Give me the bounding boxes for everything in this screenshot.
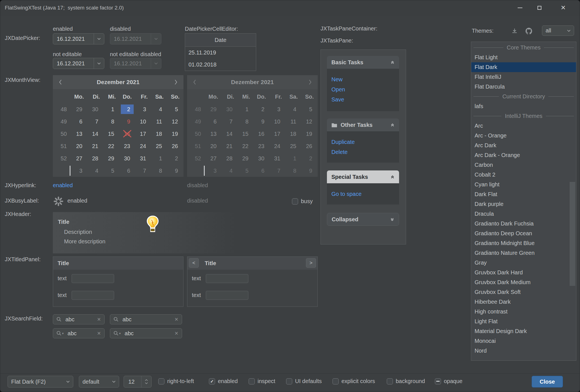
theme-list-item[interactable]: Flat Light [471,53,576,62]
theme-list-item[interactable]: Cyan light [471,180,576,189]
calendar-day[interactable]: 4 [89,166,102,175]
calendar-day[interactable]: 1 [153,154,166,163]
calendar-day[interactable]: 29 [105,154,118,163]
checkbox-box[interactable] [333,378,339,384]
search-menu-icon[interactable]: ▾ [56,331,64,336]
monthview-enabled[interactable]: Dezember 2021Mo.Di.Mi.Do.Fr.Sa.So.482930… [53,75,183,177]
theme-list-item[interactable]: Gradianto Midnight Blue [471,238,576,248]
search-field-with-menu[interactable]: ▾ ✕ [53,328,105,338]
search-input[interactable] [122,316,172,323]
calendar-day[interactable]: 2 [169,154,181,163]
calendar-day[interactable]: 7 [89,117,102,126]
taskpane-link[interactable]: Go to space [331,189,395,199]
double-chevron-up-icon[interactable] [390,123,395,127]
checkbox-box[interactable] [387,378,393,384]
theme-list-item[interactable]: Dark Flat [471,189,576,199]
next-month-icon[interactable] [173,79,179,85]
calendar-day[interactable]: 23 [121,141,134,151]
clear-icon[interactable]: ✕ [172,331,178,336]
hyperlink-enabled[interactable]: enabled [53,182,73,189]
calendar-day[interactable]: 7 [137,166,150,175]
theme-list-item[interactable]: Arc - Orange [471,131,576,141]
chevron-down-icon[interactable] [94,34,104,44]
checkbox-box[interactable] [249,378,255,384]
calendar-day[interactable]: 15 [105,129,118,139]
checkbox-box[interactable] [286,378,292,384]
calendar-day[interactable]: 24 [137,141,150,151]
clear-icon[interactable]: ✕ [172,317,178,322]
theme-list-item[interactable]: Dark purple [471,199,576,209]
theme-list-item[interactable]: Nord [471,346,576,356]
taskpane-link[interactable]: Duplicate [331,137,395,147]
next-button[interactable]: > [306,258,316,268]
search-field[interactable]: ✕ [53,314,105,324]
taskpane-link[interactable]: Open [331,84,395,94]
calendar-day[interactable]: 13 [73,129,86,139]
text-input[interactable] [206,274,248,283]
theme-list-item[interactable]: Gruvbox Dark Hard [471,268,576,277]
calendar-day[interactable]: 20 [73,141,86,151]
minimize-button[interactable] [513,2,527,14]
theme-list-item[interactable]: Carbon [471,160,576,170]
calendar-day[interactable]: 22 [105,141,118,151]
theme-list-item[interactable]: Flat Darcula [471,82,576,92]
search-field[interactable]: ✕ [110,314,182,324]
github-icon[interactable] [524,27,533,35]
clear-icon[interactable]: ✕ [95,331,101,336]
theme-list-item[interactable]: Arc Dark [471,141,576,150]
theme-list-item[interactable]: Gruvbox Dark Medium [471,277,576,287]
calendar-day[interactable]: 5 [105,166,118,175]
theme-list-item[interactable]: Gruvbox Dark Soft [471,287,576,297]
taskpane-link[interactable]: Delete [331,147,395,157]
datepicker-enabled[interactable]: 16.12.2021 [53,33,104,44]
checkbox-explicit-colors[interactable]: explicit colors [333,378,375,384]
calendar-day[interactable]: 3 [73,166,86,175]
checkbox-inspect[interactable]: inspect [249,378,275,384]
calendar-day[interactable]: 29 [73,104,86,114]
search-input[interactable] [124,330,172,337]
search-field-with-menu[interactable]: ▾ ✕ [110,328,182,338]
calendar-day[interactable]: 2 [121,104,134,114]
calendar-day[interactable]: 26 [169,141,181,151]
theme-list-item[interactable]: Gradianto Nature Green [471,248,576,258]
theme-list-item[interactable]: lafs [471,101,576,111]
theme-list-item[interactable]: Light Flat [471,317,576,326]
calendar-day[interactable]: 9 [169,166,181,175]
theme-list-item[interactable]: Flat Dark [471,62,576,72]
theme-list-item[interactable]: Monocai [471,336,576,346]
text-input[interactable] [206,291,248,300]
calendar-day[interactable]: 11 [153,117,166,126]
calendar-day[interactable]: 19 [169,129,181,139]
taskpane-header[interactable]: Special Tasks [327,170,399,183]
calendar-day[interactable]: 3 [137,104,150,114]
close-window-button[interactable]: ✕ [557,2,570,14]
theme-list-item[interactable]: Arc [471,121,576,131]
taskpane-header[interactable]: Basic Tasks [327,56,399,69]
datepicker-not-editable[interactable]: 16.12.2021 [53,58,104,69]
spinner-value[interactable]: 12 [124,376,141,387]
taskpane-header[interactable]: Other Tasks [327,118,399,131]
calendar-day[interactable]: 16 [121,129,134,139]
calendar-day[interactable]: 9 [121,117,134,126]
theme-list-item[interactable]: Gradianto Deep Ocean [471,229,576,238]
theme-list-item[interactable]: Flat IntelliJ [471,72,576,82]
calendar-day[interactable]: 1 [105,104,118,114]
calendar-day[interactable]: 21 [89,141,102,151]
lookandfeel-combo[interactable]: Flat Dark (F2) [8,376,73,388]
datepicker-value[interactable]: 16.12.2021 [53,34,94,44]
search-input[interactable] [67,330,95,337]
calendar-day[interactable]: 6 [73,117,86,126]
theme-list-item[interactable]: Hiberbee Dark [471,297,576,307]
calendar-day[interactable]: 30 [121,154,134,163]
calendar-day[interactable]: 18 [153,129,166,139]
calendar-day[interactable]: 17 [137,129,150,139]
font-family-combo[interactable]: default [79,376,119,388]
taskpane-link[interactable]: Save [331,94,395,104]
close-button[interactable]: Close [532,376,563,388]
download-icon[interactable] [510,27,519,35]
text-input[interactable] [72,274,114,283]
calendar-day[interactable]: 28 [89,154,102,163]
theme-list-item[interactable]: Dracula [471,209,576,219]
busy-checkbox[interactable]: busy [292,198,313,205]
theme-list-item[interactable]: Gray [471,258,576,268]
